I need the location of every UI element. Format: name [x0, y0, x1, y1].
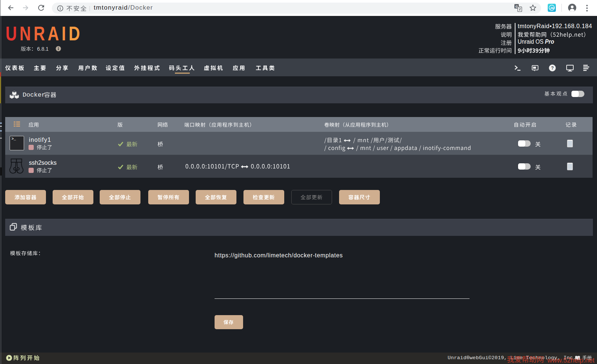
svg-text:JM: JM — [550, 6, 554, 10]
svg-text:?: ? — [551, 66, 554, 71]
